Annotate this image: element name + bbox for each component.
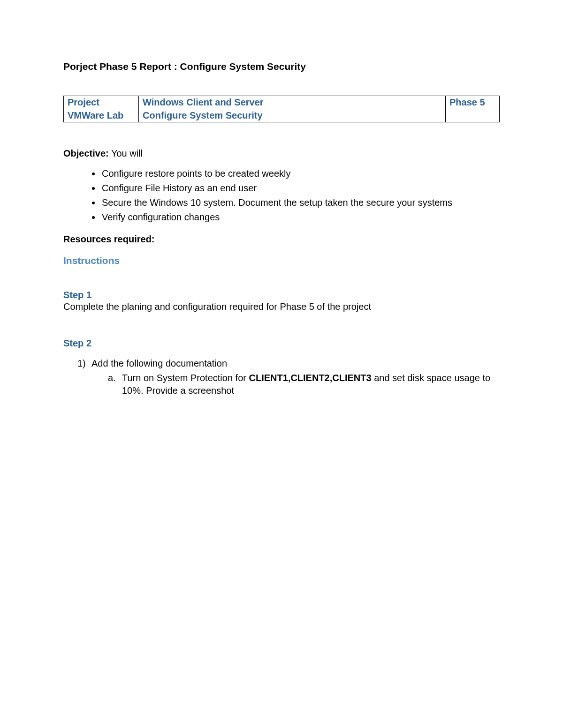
step1-heading: Step 1 [63,290,500,300]
objective-list: Configure restore points to be created w… [101,167,500,224]
table-cell-phase: Phase 5 [446,96,500,109]
table-cell-lab-value: Configure System Security [139,109,446,122]
table-cell-lab-label: VMWare Lab [64,109,139,122]
sub-item-text: Turn on System Protection for CLIENT1,CL… [122,372,500,397]
item-letter: a. [108,372,122,397]
table-row: Project Windows Client and Server Phase … [64,96,500,109]
info-table: Project Windows Client and Server Phase … [63,96,500,122]
resources-required-label: Resources required: [63,234,500,245]
list-item: Configure restore points to be created w… [101,167,500,180]
item-text: Add the following documentation [91,358,227,369]
objective-line: Objective: You will [63,148,500,159]
sub-item-pre: Turn on System Protection for [122,373,249,383]
step1-text: Complete the planing and configuration r… [63,301,500,312]
lettered-item: a. Turn on System Protection for CLIENT1… [108,372,500,397]
item-number: 1) [77,358,91,369]
sub-item-bold: CLIENT1,CLIENT2,CLIENT3 [249,373,371,383]
table-cell-project-value: Windows Client and Server [139,96,446,109]
step2-block: Step 2 1) Add the following documentatio… [63,338,500,397]
lettered-list: a. Turn on System Protection for CLIENT1… [108,372,500,397]
step1-block: Step 1 Complete the planing and configur… [63,290,500,312]
instructions-heading: Instructions [63,255,500,266]
list-item: Verify configuration changes [101,211,500,224]
numbered-item: 1) Add the following documentation [77,358,500,369]
objective-tail: You will [109,148,143,158]
step2-heading: Step 2 [63,338,500,349]
table-cell-project-label: Project [64,96,139,109]
document-title: Porject Phase 5 Report : Configure Syste… [63,61,500,72]
table-cell-empty [446,109,500,122]
list-item: Secure the Windows 10 system. Document t… [101,196,500,209]
objective-label: Objective: [63,148,109,158]
table-row: VMWare Lab Configure System Security [64,109,500,122]
list-item: Configure File History as an end user [101,182,500,195]
numbered-list: 1) Add the following documentation [77,358,500,369]
